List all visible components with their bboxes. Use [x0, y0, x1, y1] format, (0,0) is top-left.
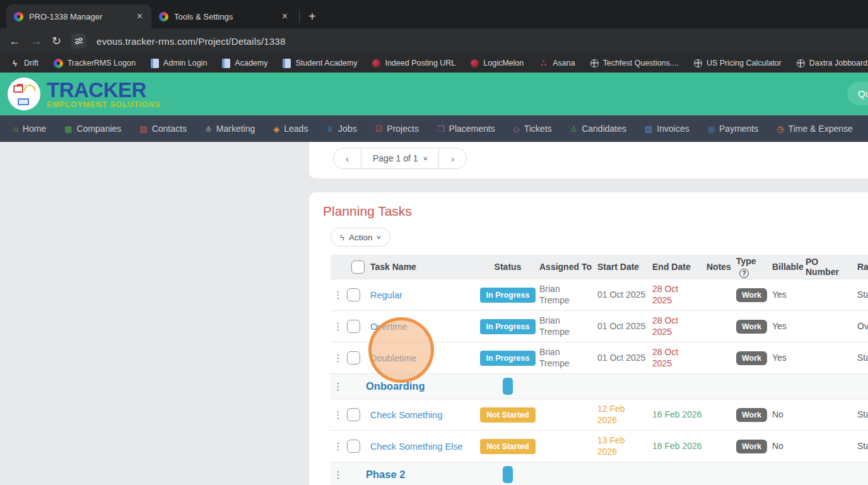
col-type[interactable]: Type?: [732, 256, 768, 278]
col-notes[interactable]: Notes: [702, 262, 732, 272]
tab-close-icon[interactable]: ×: [134, 11, 145, 22]
bookmark-techfest-questions[interactable]: Techfest Questions....: [590, 59, 679, 67]
bookmark-academy[interactable]: Academy: [222, 59, 267, 68]
col-end-date[interactable]: End Date: [648, 262, 702, 272]
main-navigation: ⌂ Home ▦ Companies ▤ Contacts ⋔ Marketin…: [0, 115, 868, 142]
task-name-link[interactable]: Check Something Else: [366, 441, 481, 452]
page-next-button[interactable]: ›: [438, 148, 466, 168]
nav-item-leads[interactable]: ◈ Leads: [273, 124, 308, 134]
bookmark-trackerrms-logon[interactable]: TrackerRMS Logon: [54, 59, 136, 68]
bookmark-drift[interactable]: ϟ Drift: [10, 59, 38, 68]
bookmark-label: Daxtra Jobboard Int...: [809, 59, 868, 67]
planning-tasks-table: Task Name Status Assigned To Start Date …: [331, 255, 868, 485]
type-badge: Work: [736, 288, 767, 302]
action-button[interactable]: ϟ Action ∨: [331, 228, 390, 247]
quick-button[interactable]: Quic: [847, 82, 868, 105]
row-menu-icon[interactable]: ⋮: [331, 289, 346, 301]
site-settings-icon[interactable]: [71, 33, 86, 49]
table-row-regular: ⋮ Regular In Progress Brian Trempe 01 Oc…: [331, 279, 868, 310]
row-checkbox[interactable]: [346, 320, 366, 333]
document-icon: [222, 59, 230, 68]
page-selector[interactable]: Page 1 of 1 ∨: [361, 148, 438, 168]
type-badge: Work: [736, 351, 767, 365]
nav-item-payments[interactable]: ◎ Payments: [708, 124, 759, 134]
task-name-link[interactable]: Overtime: [366, 322, 481, 332]
end-date: 16 Feb 2026: [648, 409, 702, 421]
row-menu-icon[interactable]: ⋮: [331, 469, 346, 481]
bookmark-us-pricing-calculator[interactable]: US Pricing Calculator: [694, 59, 782, 67]
group-status-marker: [503, 378, 513, 395]
tab-pro-1338-manager[interactable]: PRO-1338 Manager ×: [6, 4, 151, 28]
chevron-down-icon: ∨: [376, 234, 382, 240]
task-name-link[interactable]: Regular: [366, 290, 481, 300]
table-group-row-onboarding: ⋮ Onboarding: [331, 373, 868, 399]
page-label: Page 1 of 1: [373, 153, 418, 163]
bookmark-label: Asana: [553, 59, 575, 67]
page-prev-button[interactable]: ‹: [334, 148, 361, 168]
nav-item-marketing[interactable]: ⋔ Marketing: [205, 124, 255, 134]
nav-item-placements[interactable]: ❒ Placements: [437, 124, 495, 134]
tab-tools-settings[interactable]: Tools & Settings ×: [151, 4, 296, 28]
bookmark-student-academy[interactable]: Student Academy: [283, 59, 357, 68]
row-menu-icon[interactable]: ⋮: [331, 381, 346, 392]
col-po-number[interactable]: PO Number: [801, 257, 853, 277]
nav-item-time-expense[interactable]: ◷ Time & Expense: [777, 124, 853, 134]
bookmark-indeed-posting-url[interactable]: Indeed Posting URL: [372, 59, 455, 67]
reload-button[interactable]: ↻: [52, 34, 61, 48]
nav-item-tickets[interactable]: ◇ Tickets: [513, 124, 552, 134]
col-task-name[interactable]: Task Name: [366, 262, 481, 272]
forward-button[interactable]: →: [30, 35, 42, 48]
end-date: 28 Oct 2025: [648, 315, 702, 337]
home-icon: ⌂: [13, 125, 18, 133]
row-checkbox[interactable]: [346, 408, 366, 421]
billable: No: [768, 441, 801, 452]
nav-label: Leads: [284, 124, 308, 134]
row-checkbox[interactable]: [346, 440, 366, 453]
nav-item-jobs[interactable]: ♕ Jobs: [326, 124, 356, 134]
trophy-icon: ♕: [326, 125, 334, 133]
row-menu-icon[interactable]: ⋮: [331, 441, 346, 452]
pagination-control: ‹ Page 1 of 1 ∨ ›: [333, 148, 467, 169]
row-menu-icon[interactable]: ⋮: [331, 409, 346, 421]
row-menu-icon[interactable]: ⋮: [331, 321, 346, 332]
row-menu-icon[interactable]: ⋮: [331, 353, 346, 364]
help-icon[interactable]: ?: [739, 269, 749, 278]
table-row-check-something-else: ⋮ Check Something Else Not Started 13 Fe…: [331, 430, 868, 462]
col-status[interactable]: Status: [481, 262, 535, 272]
nav-item-projects[interactable]: ☑ Projects: [375, 124, 419, 134]
bookmark-daxtra-jobboard[interactable]: Daxtra Jobboard Int...: [797, 59, 868, 67]
bookmark-label: Techfest Questions....: [603, 59, 679, 67]
bookmark-admin-login[interactable]: Admin Login: [151, 59, 208, 68]
task-name-link[interactable]: Check Something: [366, 410, 481, 420]
address-bar[interactable]: evous.tracker-rms.com/Project/Details/13…: [97, 36, 285, 47]
status-badge: In Progress: [480, 319, 536, 334]
nav-item-candidates[interactable]: ♙ Candidates: [570, 124, 626, 134]
col-start-date[interactable]: Start Date: [593, 262, 648, 272]
tab-close-icon[interactable]: ×: [279, 11, 290, 22]
tracker-logo-icon: [8, 78, 40, 110]
bookmark-asana[interactable]: ∴ Asana: [539, 59, 575, 68]
nav-item-home[interactable]: ⌂ Home: [13, 124, 46, 134]
tab-title: Tools & Settings: [174, 12, 274, 21]
diamond-target-icon: ◈: [273, 125, 279, 133]
document-icon: [151, 59, 159, 68]
group-name-link[interactable]: Phase 2: [346, 469, 481, 481]
row-checkbox[interactable]: [346, 351, 366, 365]
bookmark-logicmelon[interactable]: LogicMelon: [471, 59, 524, 67]
col-rate[interactable]: Ra: [853, 262, 868, 272]
status-badge: Not Started: [480, 439, 535, 454]
task-name-link[interactable]: Doubletime: [366, 353, 481, 363]
col-assigned-to[interactable]: Assigned To: [535, 262, 593, 272]
back-button[interactable]: ←: [9, 35, 20, 48]
bookmark-label: Admin Login: [163, 59, 208, 67]
nav-item-contacts[interactable]: ▤ Contacts: [139, 124, 187, 134]
nav-item-invoices[interactable]: ▤ Invoices: [645, 124, 689, 134]
new-tab-button[interactable]: +: [303, 9, 321, 24]
col-billable[interactable]: Billable: [768, 262, 801, 272]
bookmarks-bar: ϟ Drift TrackerRMS Logon Admin Login Aca…: [0, 54, 868, 73]
rate: Sta: [853, 353, 868, 364]
nav-item-companies[interactable]: ▦ Companies: [64, 124, 121, 134]
row-checkbox[interactable]: [346, 288, 366, 301]
select-all-checkbox[interactable]: [346, 260, 366, 274]
group-name-link[interactable]: Onboarding: [346, 380, 481, 392]
